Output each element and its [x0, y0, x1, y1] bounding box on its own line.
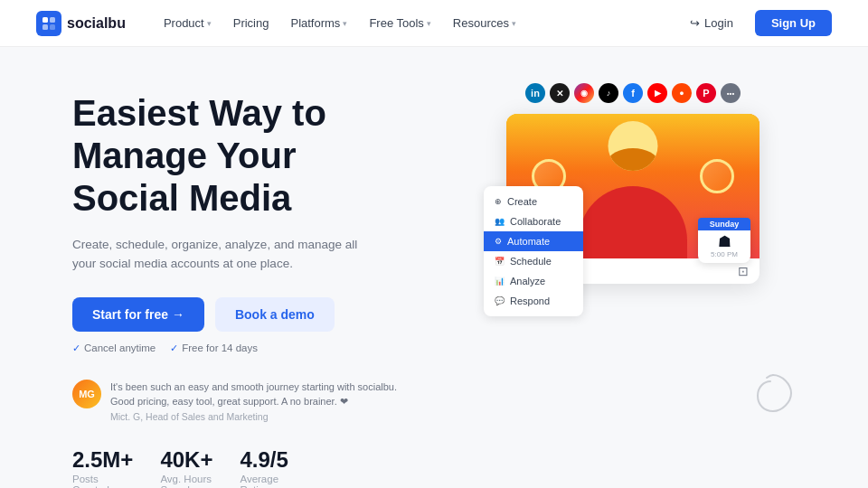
svg-rect-1 [50, 17, 55, 23]
hero-left: Easiest Way to Manage Your Social Media … [72, 83, 416, 470]
start-free-button[interactable]: Start for free → [72, 297, 204, 332]
nav-right: ↪ Login Sign Up [677, 10, 832, 36]
nav-item-free-tools[interactable]: Free Tools ▾ [360, 11, 439, 35]
twitter-icon: ✕ [550, 83, 570, 103]
nav-item-pricing[interactable]: Pricing [224, 11, 278, 35]
chevron-down-icon: ▾ [207, 19, 212, 28]
svg-rect-3 [50, 24, 55, 30]
chevron-down-icon: ▾ [512, 19, 516, 28]
sidebar-automate[interactable]: ⚙ Automate [484, 231, 583, 251]
nav-item-platforms[interactable]: Platforms ▾ [281, 11, 356, 35]
sidebar-collaborate[interactable]: 👥 Collaborate [484, 211, 583, 231]
login-button[interactable]: ↪ Login [677, 11, 746, 35]
stats-row: 2.5M+ Posts Created 40K+ Avg. Hours Save… [72, 447, 416, 488]
card-container: ⊕ Create 👥 Collaborate ⚙ Automate 📅 Sche… [488, 114, 778, 284]
more-platforms-icon: ••• [721, 83, 741, 103]
trust-free: ✓ Free for 14 days [170, 343, 258, 354]
testimonial: MG It's been such an easy and smooth jou… [72, 380, 398, 422]
reddit-icon: ● [672, 83, 692, 103]
stat-posts: 2.5M+ Posts Created [72, 447, 133, 488]
book-demo-button[interactable]: Book a demo [215, 297, 335, 332]
tiktok-icon: ♪ [599, 83, 618, 103]
social-icons-row: in ✕ ◉ ♪ f ▶ ● P ••• [525, 83, 741, 103]
chevron-down-icon: ▾ [343, 19, 347, 28]
sidebar-create[interactable]: ⊕ Create [484, 192, 583, 211]
sidebar-respond[interactable]: 💬 Respond [484, 291, 583, 311]
cta-row: Start for free → Book a demo [72, 297, 416, 332]
trust-row: ✓ Cancel anytime ✓ Free for 14 days [72, 343, 416, 354]
nav-item-product[interactable]: Product ▾ [155, 11, 221, 35]
hero-subtitle: Create, schedule, organize, analyze, and… [72, 235, 380, 274]
avatar: MG [72, 380, 101, 408]
logo[interactable]: socialbu [36, 11, 126, 36]
svg-rect-2 [42, 24, 48, 30]
youtube-icon: ▶ [647, 83, 667, 103]
logo-text: socialbu [67, 15, 126, 32]
hero-right: in ✕ ◉ ♪ f ▶ ● P ••• ⊕ Create 👥 Collabor… [452, 83, 814, 470]
logo-icon [36, 11, 61, 36]
hero-title: Easiest Way to Manage Your Social Media [72, 92, 416, 221]
check-icon: ✓ [72, 343, 80, 354]
linkedin-icon: in [525, 83, 545, 103]
signup-button[interactable]: Sign Up [755, 10, 832, 36]
app-sidebar: ⊕ Create 👥 Collaborate ⚙ Automate 📅 Sche… [484, 186, 583, 316]
nav-links: Product ▾ Pricing Platforms ▾ Free Tools… [155, 11, 677, 35]
testimonial-content: It's been such an easy and smooth journe… [110, 380, 398, 422]
sidebar-analyze[interactable]: 📊 Analyze [484, 271, 583, 291]
stat-rating: 4.9/5 Average Rating [240, 447, 288, 488]
decorative-swirl [750, 371, 796, 416]
navbar: socialbu Product ▾ Pricing Platforms ▾ F… [0, 0, 868, 47]
stat-hours: 40K+ Avg. Hours Saved [160, 447, 212, 488]
facebook-icon: f [623, 83, 643, 103]
login-icon: ↪ [690, 16, 700, 30]
instagram-icon: ◉ [574, 83, 594, 103]
sidebar-schedule[interactable]: 📅 Schedule [484, 251, 583, 271]
schedule-badge: Sunday ☗ 5:00 PM [698, 218, 750, 263]
check-icon: ✓ [170, 343, 178, 354]
nav-item-resources[interactable]: Resources ▾ [444, 11, 525, 35]
pinterest-icon: P [696, 83, 716, 103]
trust-cancel: ✓ Cancel anytime [72, 343, 156, 354]
main-content: Easiest Way to Manage Your Social Media … [0, 47, 868, 488]
svg-rect-0 [42, 17, 48, 23]
bookmark-icon[interactable]: ⊡ [738, 264, 749, 278]
chevron-down-icon: ▾ [427, 19, 431, 28]
